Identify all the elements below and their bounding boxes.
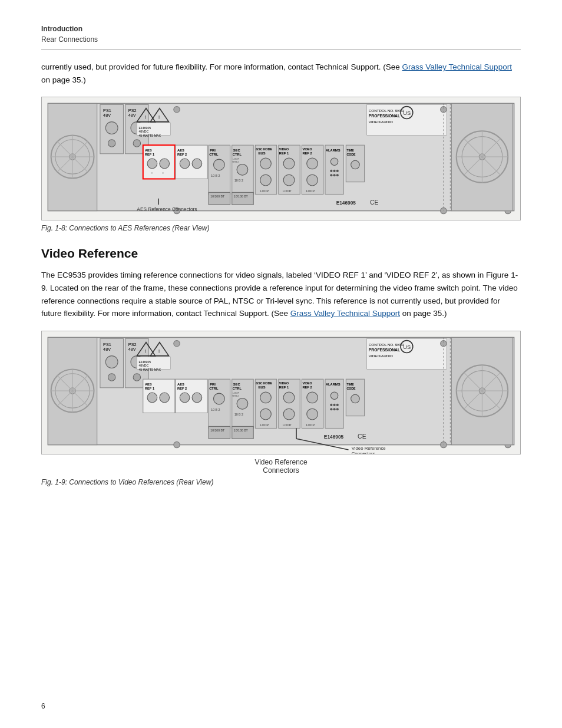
svg-point-182 [330,404,332,406]
svg-text:VIDEO: VIDEO [302,381,312,384]
svg-point-204 [174,340,180,346]
figure-1-8-caption: Fig. 1-8: Connections to AES References … [41,224,521,232]
svg-point-147 [180,393,190,403]
svg-point-75 [330,174,332,176]
svg-point-31 [160,159,170,169]
svg-point-171 [283,409,295,420]
svg-text:Connectors: Connectors [352,451,375,454]
figure-1-9-svg: PS1 48V PS2 48V ! ! E146905 48VDC 45 WAT… [42,331,520,454]
svg-text:CTRL: CTRL [209,153,219,156]
figure-1-9-label-line2: Connectors [41,466,521,475]
svg-text:CE: CE [358,433,366,440]
svg-point-164 [260,392,272,403]
body-paragraph-2: The EC9535 provides timing reference con… [41,269,521,319]
svg-point-148 [192,393,202,403]
svg-text:CONTROL NO. 9K50: CONTROL NO. 9K50 [369,108,404,113]
svg-text:!: ! [145,348,147,354]
svg-point-76 [333,174,335,176]
figure-1-9-container: PS1 48V PS2 48V ! ! E146905 48VDC 45 WAT… [41,331,521,454]
svg-text:PRI: PRI [210,382,216,386]
svg-text:REF 1: REF 1 [145,387,155,390]
svg-text:SEC: SEC [233,382,240,386]
svg-text:E146905: E146905 [336,200,356,206]
svg-point-165 [260,409,272,420]
svg-point-206 [174,442,180,447]
svg-text:CODE: CODE [346,153,356,156]
svg-text:AES: AES [145,149,152,152]
svg-text:REF 2: REF 2 [302,386,312,389]
video-reference-heading: Video Reference [41,246,521,261]
svg-point-130 [133,374,140,381]
svg-text:REF 1: REF 1 [279,151,289,155]
page: Introduction Rear Connections currently … [0,0,562,728]
svg-text:THRU: THRU [232,394,239,397]
svg-text:48VDC: 48VDC [138,130,148,134]
svg-text:45 WATTS MAX: 45 WATTS MAX [138,367,161,371]
svg-text:!: ! [145,115,147,121]
svg-point-170 [283,392,295,403]
grass-valley-link-2[interactable]: Grass Valley Technical Support [290,309,400,318]
svg-text:48V: 48V [128,347,136,352]
body-text-2-after-link: on page 35.) [400,309,447,318]
svg-point-124 [105,355,118,368]
svg-text:ALARMS: ALARMS [326,382,340,386]
svg-text:US: US [403,344,411,350]
svg-point-72 [330,170,332,172]
svg-text:○: ○ [162,171,164,174]
svg-point-185 [330,408,332,410]
svg-text:CE: CE [370,199,379,206]
svg-text:CONTROL NO. 9K50: CONTROL NO. 9K50 [369,342,404,347]
svg-text:48V: 48V [103,347,111,352]
svg-text:AES: AES [177,149,184,152]
svg-text:LOOP: LOOP [283,190,292,193]
svg-point-81 [351,160,360,169]
svg-point-94 [174,107,180,113]
figure-1-9-annotation: Video Reference Connectors [41,458,521,475]
svg-text:CTRL: CTRL [209,387,219,390]
svg-text:BUS: BUS [258,151,265,155]
svg-text:E146905: E146905 [138,126,151,130]
svg-point-13 [108,140,115,147]
svg-point-54 [260,158,272,169]
svg-text:LOOP: LOOP [283,423,292,427]
svg-point-125 [108,374,115,381]
header-left: Introduction Rear Connections [41,24,98,45]
svg-text:VIDEO: VIDEO [279,381,289,384]
svg-point-152 [213,393,224,404]
svg-text:CTRL: CTRL [233,153,242,156]
svg-text:AES: AES [177,382,184,386]
svg-text:REF 2: REF 2 [177,387,187,390]
figure-1-9-caption: Fig. 1-9: Connections to Video Reference… [41,478,521,486]
svg-text:VIDEO/AUDIO: VIDEO/AUDIO [369,353,393,357]
svg-text:AES Reference Connectors: AES Reference Connectors [137,206,197,212]
svg-point-184 [336,404,339,406]
intro-text-before-link: currently used, but provided for future … [41,62,402,71]
figure-1-9-label-line1: Video Reference [41,458,521,466]
svg-text:10 B 2: 10 B 2 [211,174,220,178]
figure-1-8-svg: PS1 48V PS2 48V ! ! E146905 48VDC 45 WAT… [42,97,520,220]
svg-text:SEC: SEC [233,149,240,152]
svg-point-71 [330,158,338,165]
svg-point-61 [283,174,295,186]
svg-text:GSC NODE: GSC NODE [256,147,272,151]
intro-paragraph: currently used, but provided for future … [41,61,521,86]
svg-text:10/100 BT: 10/100 BT [210,428,225,431]
svg-text:VIDEO/AUDIO: VIDEO/AUDIO [369,120,393,124]
svg-text:BUS: BUS [258,386,265,389]
svg-point-66 [307,158,318,169]
svg-point-49 [237,164,248,176]
header-title: Introduction [41,24,98,34]
svg-point-38 [192,159,202,169]
svg-point-181 [330,392,338,399]
svg-point-183 [333,404,335,406]
grass-valley-link-1[interactable]: Grass Valley Technical Support [402,62,512,71]
svg-point-143 [160,393,170,403]
svg-text:10 B 2: 10 B 2 [234,412,243,416]
svg-point-55 [260,174,272,186]
svg-point-187 [336,408,339,410]
svg-text:PROFESSIONAL: PROFESSIONAL [369,348,400,352]
svg-point-191 [351,394,360,403]
svg-text:VIDEO: VIDEO [302,147,312,151]
svg-text:10/100 BT: 10/100 BT [210,195,225,198]
svg-text:REF 2: REF 2 [177,153,187,156]
